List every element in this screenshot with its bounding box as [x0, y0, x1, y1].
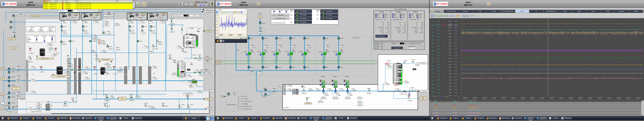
svg-text:10.00: 10.00: [449, 89, 451, 90]
svg-text:% bis: % bis: [449, 25, 451, 26]
svg-text:80.00: 80.00: [437, 45, 440, 46]
svg-text:1.800: 1.800: [432, 62, 434, 63]
svg-text:50.00: 50.00: [455, 64, 457, 65]
svg-text:1.400: 1.400: [432, 69, 434, 70]
svg-text:Turbines: Turbines: [74, 13, 78, 15]
svg-text:4/29/2025: 4/29/2025: [540, 98, 544, 99]
svg-text:1.32 bar: 1.32 bar: [72, 18, 76, 19]
svg-text:PT4090: PT4090: [159, 17, 162, 18]
svg-text:T3560: T3560: [82, 13, 87, 15]
svg-text:90.00: 90.00: [437, 39, 440, 40]
svg-text:95.00: 95.00: [437, 36, 440, 37]
svg-text:4/29/2025: 4/29/2025: [550, 98, 554, 99]
svg-text:60.10: 60.10: [216, 21, 218, 22]
svg-text:0.600: 0.600: [432, 84, 434, 85]
svg-text:4/29/2025: 4/29/2025: [598, 98, 602, 99]
svg-text:1.000: 1.000: [432, 77, 434, 77]
svg-text:4/29/2025: 4/29/2025: [530, 98, 534, 99]
svg-text:4/29/2025: 4/29/2025: [559, 98, 563, 99]
svg-text:59.80: 59.80: [216, 30, 218, 31]
svg-text:PT4590: PT4590: [148, 17, 152, 18]
svg-text:1.600: 1.600: [432, 65, 434, 66]
svg-text:4/29/2025: 4/29/2025: [578, 98, 582, 99]
svg-text:3.400: 3.400: [432, 32, 434, 33]
svg-text:4/28/2025: 4/28/2025: [463, 98, 467, 99]
svg-text:0.00: 0.00: [438, 95, 440, 96]
svg-text:4/29/2025: 4/29/2025: [569, 98, 573, 99]
svg-text:P bis: P bis: [455, 25, 457, 26]
svg-text:60.00: 60.00: [216, 24, 218, 25]
svg-text:55.00: 55.00: [449, 61, 451, 62]
svg-text:PT4070: PT4070: [139, 17, 142, 18]
svg-text:60.00: 60.00: [437, 58, 440, 59]
svg-text:Speed: Speed: [443, 25, 446, 26]
svg-text:3.600: 3.600: [432, 28, 434, 29]
svg-text:5.00: 5.00: [455, 92, 457, 93]
svg-text:100: 100: [444, 74, 445, 75]
svg-text:110.00: 110.00: [437, 27, 440, 28]
svg-text:13.24 bar: 13.24 bar: [61, 18, 65, 19]
svg-text:ST3560: ST3560: [96, 15, 98, 16]
svg-text:25.00: 25.00: [449, 79, 451, 80]
svg-text:25.00: 25.00: [455, 79, 457, 80]
svg-text:30.00: 30.00: [455, 77, 457, 77]
svg-text:3:00:00 PM: 3:00:00 PM: [559, 97, 564, 98]
svg-text:75.00: 75.00: [449, 49, 451, 50]
svg-text:50.00: 50.00: [449, 64, 451, 65]
svg-text:105.00: 105.00: [454, 30, 457, 31]
svg-text:85.00: 85.00: [455, 42, 457, 43]
svg-text:14.66 bar: 14.66 bar: [83, 18, 87, 19]
svg-text:3.000: 3.000: [432, 39, 434, 40]
svg-text:0.800: 0.800: [432, 80, 434, 81]
svg-text:4/29/2025: 4/29/2025: [521, 98, 525, 99]
svg-text:0.000: 0.000: [432, 95, 434, 96]
svg-text:T3530: T3530: [61, 13, 65, 15]
svg-text:9:00:00 PM: 9:00:00 PM: [472, 97, 477, 98]
svg-text:25.00: 25.00: [437, 79, 440, 80]
svg-text:0.400: 0.400: [432, 88, 434, 89]
svg-text:5.00: 5.00: [449, 92, 451, 93]
svg-text:105.00: 105.00: [448, 30, 451, 31]
svg-text:40.00: 40.00: [455, 70, 457, 71]
svg-text:P: P: [432, 25, 433, 26]
svg-text:110.00: 110.00: [454, 27, 457, 28]
svg-text:95.00: 95.00: [449, 36, 451, 37]
svg-text:1.344 bar: 1.344 bar: [140, 18, 144, 19]
svg-text:T3590: T3590: [149, 13, 153, 15]
svg-text:0.200: 0.200: [432, 91, 434, 92]
svg-text:2.600: 2.600: [432, 47, 434, 48]
svg-text:4/30/2025: 4/30/2025: [617, 98, 621, 99]
svg-text:20.00: 20.00: [449, 83, 451, 84]
svg-text:30.00: 30.00: [437, 77, 440, 77]
svg-text:4/28/2025: 4/28/2025: [473, 98, 477, 99]
svg-text:15.00: 15.00: [437, 86, 440, 87]
svg-text:0.00: 0.00: [449, 95, 451, 96]
svg-text:ST3590: ST3590: [162, 15, 165, 16]
svg-text:4/29/2025: 4/29/2025: [511, 98, 515, 99]
svg-text:1.002: 1.002: [85, 16, 88, 17]
svg-text:40.00: 40.00: [449, 70, 451, 71]
svg-text:80.00: 80.00: [455, 45, 457, 46]
svg-text:4.000: 4.000: [432, 21, 434, 22]
svg-text:100.00: 100.00: [448, 33, 451, 34]
svg-text:T3570: T3570: [128, 13, 133, 15]
svg-text:PT4060: PT4060: [93, 17, 96, 18]
svg-text:PT4530: PT4530: [61, 17, 64, 18]
svg-text:50.00: 50.00: [437, 64, 440, 65]
svg-text:1.002: 1.002: [151, 16, 154, 17]
svg-text:7:00:00 AM: 7:00:00 AM: [636, 97, 640, 98]
svg-text:120.00: 120.00: [454, 21, 457, 22]
svg-text:200: 200: [444, 53, 445, 54]
svg-text:1.200: 1.200: [432, 73, 434, 74]
svg-text:85.00: 85.00: [437, 42, 440, 43]
svg-text:15.00: 15.00: [449, 86, 451, 87]
svg-text:1:00:00 AM: 1:00:00 AM: [492, 97, 496, 98]
svg-text:59.70: 59.70: [216, 33, 218, 34]
svg-text:300: 300: [444, 31, 445, 32]
svg-text:Turbines: Turbines: [162, 13, 166, 15]
svg-text:11:00:00 PM: 11:00:00 PM: [597, 97, 602, 98]
svg-text:45.00: 45.00: [455, 67, 457, 68]
svg-text:20.00: 20.00: [437, 83, 440, 84]
svg-text:60.00: 60.00: [449, 58, 451, 59]
svg-text:60.00: 60.00: [455, 58, 457, 59]
